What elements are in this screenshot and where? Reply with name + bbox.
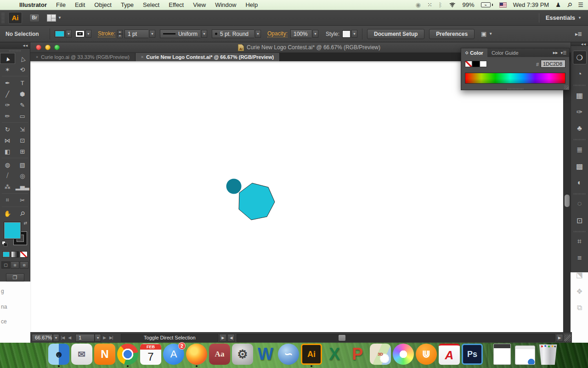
menu-edit[interactable]: Edit (70, 1, 90, 8)
dock-powerpoint[interactable]: P (346, 344, 368, 367)
black-swatch[interactable] (472, 61, 480, 67)
style-combo[interactable]: ▼ (342, 30, 357, 38)
artboard-tool[interactable]: ⌗ (0, 195, 15, 206)
previous-artboard-button[interactable]: ◀ (68, 335, 71, 340)
fill-dropdown-button[interactable]: ▼ (66, 30, 72, 38)
dock-calendar[interactable]: FEB7 (140, 344, 162, 367)
opacity-combo[interactable]: 100% ▼ (290, 29, 318, 38)
blob-brush-tool[interactable]: ✏ (0, 110, 15, 121)
artboards-panel-icon[interactable]: ⌗ (573, 235, 587, 248)
arrange-documents-button[interactable]: ▼ (47, 14, 62, 22)
document-tab[interactable]: ×Curie New Logo Contest.ai* @ 66.67% (RG… (136, 53, 280, 61)
window-resize-grip[interactable] (564, 334, 571, 341)
menu-select[interactable]: Select (138, 1, 164, 8)
stroke-color-swatch[interactable] (75, 30, 85, 37)
menu-illustrator[interactable]: Illustrator (15, 1, 51, 8)
menu-object[interactable]: Object (90, 1, 116, 8)
dock-acrobat-reader[interactable]: A (438, 344, 460, 367)
dock-illustrator[interactable]: Ai (300, 344, 322, 367)
align-panel-icon[interactable]: ≡ (573, 251, 587, 265)
free-transform-tool[interactable]: ⊡ (15, 135, 30, 146)
creative-cloud-icon[interactable]: ◉ (416, 0, 421, 10)
type-tool[interactable]: T (15, 77, 30, 88)
panel-group-grip[interactable] (574, 85, 586, 86)
horizontal-scrollbar[interactable] (237, 334, 555, 342)
dock-minimized-finder-window[interactable] (514, 345, 536, 367)
tools-panel-collapse-button[interactable]: ◀◀ (0, 42, 30, 49)
rotate-tool[interactable]: ↻ (0, 124, 15, 135)
menu-type[interactable]: Type (116, 1, 138, 8)
control-panel-menu-icon[interactable]: ▸≣ (575, 31, 582, 37)
width-profile-combo[interactable]: Uniform ▼ (160, 29, 207, 38)
panel-menu-icon[interactable]: ▾☰ (560, 51, 566, 55)
gradient-button[interactable] (11, 251, 19, 258)
dock-nutstore[interactable]: N (94, 344, 116, 367)
bluetooth-icon[interactable]: ᛒ (439, 0, 442, 10)
perspective-grid-tool[interactable]: ⊞ (15, 146, 30, 157)
layers-panel-icon[interactable]: ❖ (573, 284, 587, 298)
blend-tool[interactable]: ◎ (15, 170, 30, 181)
drawing-mode-button-1[interactable]: ⧈ (11, 261, 19, 269)
artboard-dropdown[interactable]: ▼ (95, 334, 101, 342)
zoom-dropdown[interactable]: ▼ (53, 334, 59, 342)
stroke-weight-stepper[interactable]: ▲▼ (117, 30, 123, 38)
symbol-sprayer-tool[interactable]: ⁂ (0, 181, 15, 192)
dock-app-store[interactable]: A2 (163, 344, 185, 367)
white-swatch[interactable] (480, 61, 487, 67)
heptagon-shape[interactable] (239, 183, 275, 220)
shape-builder-tool[interactable]: ◧ (0, 146, 15, 157)
menu-file[interactable]: File (51, 1, 70, 8)
lasso-tool[interactable]: ⟲ (15, 64, 30, 75)
panel-group-grip[interactable] (574, 139, 586, 140)
dock-openoffice[interactable]: ∽ (277, 344, 300, 367)
vertical-scrollbar-thumb[interactable] (565, 195, 570, 207)
menu-view[interactable]: View (188, 1, 210, 8)
symbols-panel-icon[interactable]: ♣ (573, 121, 587, 135)
mesh-tool[interactable]: ◍ (0, 159, 15, 170)
pen-tool[interactable]: ✒ (0, 77, 15, 88)
dock-minimized-document[interactable] (491, 344, 513, 367)
panel-dock-collapse-button[interactable]: ◀◀ (571, 42, 588, 46)
dock-dictionary[interactable]: Aa (209, 344, 231, 367)
style-dropdown[interactable]: ▼ (351, 30, 357, 38)
magic-wand-tool[interactable]: ✶ (0, 64, 15, 75)
preferences-button[interactable]: Preferences (429, 29, 475, 39)
scale-tool[interactable]: ⇲ (15, 124, 30, 135)
fill-color-swatch[interactable] (55, 30, 65, 37)
gradient-tool[interactable]: ▧ (15, 159, 30, 170)
opacity-dropdown[interactable]: ▼ (312, 30, 318, 38)
panel-collapse-arrows-icon[interactable]: ▶▶ (553, 51, 558, 55)
selection-tool[interactable]: ▲ (0, 53, 15, 64)
screen-mode-button[interactable]: ❐ (6, 273, 24, 282)
circle-shape[interactable] (226, 179, 242, 194)
menu-help[interactable]: Help (241, 1, 262, 8)
dock-system-preferences[interactable]: ⚙ (232, 344, 254, 367)
dock-chrome[interactable] (117, 344, 139, 367)
notification-center-icon[interactable]: ☰ (578, 0, 583, 10)
menu-bar-clock[interactable]: Wed 7:39 PM (513, 1, 549, 8)
dock-ibooks[interactable]: ⋓ (415, 344, 437, 367)
dock-word[interactable]: W (254, 344, 277, 367)
color-panel-icon[interactable]: ❍ (573, 51, 587, 64)
fill-color-control[interactable]: ▼ (55, 30, 72, 38)
document-setup-button[interactable]: Document Setup (367, 29, 424, 39)
artboard-canvas[interactable] (30, 61, 563, 332)
hex-value-input[interactable]: 1DC2D8 (541, 60, 565, 68)
color-panel-resize-grip[interactable] (564, 85, 569, 90)
scroll-left-button[interactable]: ◀ (227, 334, 235, 342)
gradient-panel-icon[interactable]: ▩ (573, 159, 587, 173)
pathfinder-panel-icon[interactable]: ⬔ (573, 268, 587, 282)
color-spectrum-bar[interactable] (465, 73, 565, 84)
width-profile-dropdown[interactable]: ▼ (201, 30, 207, 38)
none-button[interactable] (20, 251, 28, 258)
hand-tool[interactable]: ✋ (0, 208, 15, 219)
menu-window[interactable]: Window (210, 1, 241, 8)
dock-maps[interactable]: 3D (369, 344, 391, 367)
horizontal-scrollbar-thumb[interactable] (339, 335, 345, 341)
drawing-mode-button-0[interactable]: ▢ (1, 261, 10, 269)
last-artboard-button[interactable]: ▶| (109, 335, 113, 340)
battery-icon[interactable]: ⌁ (481, 2, 493, 7)
menu-effect[interactable]: Effect (164, 1, 188, 8)
status-options-button[interactable]: ▶ (219, 334, 226, 342)
dock-photos[interactable] (392, 344, 414, 367)
